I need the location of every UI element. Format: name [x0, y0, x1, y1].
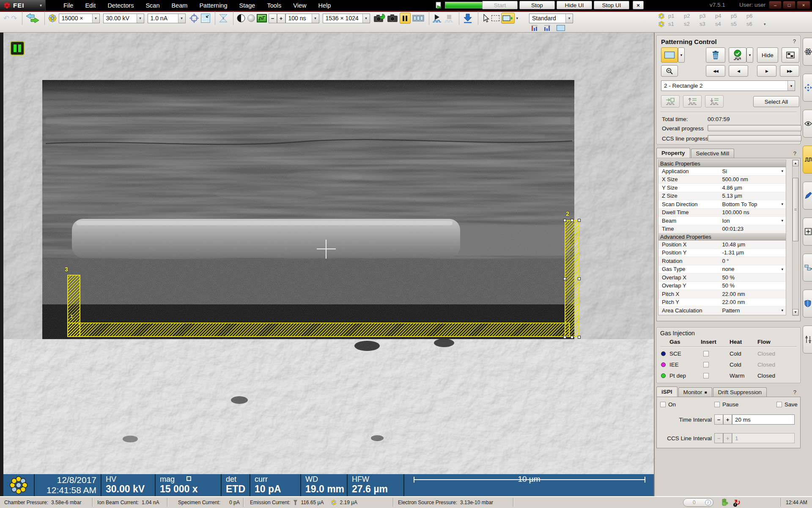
chevron-down-icon[interactable]: ▾	[764, 22, 766, 26]
dock-protect-shield-icon[interactable]	[803, 290, 812, 318]
dropdown-arrow-icon[interactable]: ▾	[781, 202, 783, 206]
ion-column-icon[interactable]	[48, 13, 57, 24]
preset-s3[interactable]: s3	[700, 21, 715, 27]
tab-selective-mill[interactable]: Selective Mill	[691, 149, 735, 158]
reload-status-icon[interactable]: ↻i	[734, 499, 741, 506]
brightness-icon[interactable]	[247, 13, 255, 24]
start-button[interactable]: Start	[482, 1, 518, 9]
pattern-resize-handle[interactable]	[563, 219, 566, 222]
property-row[interactable]: X Size500.00 nm	[658, 176, 786, 184]
move-pattern-down-button[interactable]	[705, 95, 724, 108]
move-pattern-up-button[interactable]	[683, 95, 702, 108]
preset-s6[interactable]: s6	[746, 21, 762, 27]
reduced-area-icon[interactable]	[201, 13, 210, 24]
histogram-icon[interactable]	[544, 25, 551, 31]
filmstrip-icon[interactable]	[412, 13, 424, 24]
preset-s4[interactable]: s4	[715, 21, 731, 27]
ispi-pause-checkbox[interactable]: Pause	[714, 401, 738, 408]
delete-pattern-button[interactable]	[706, 47, 725, 63]
property-row[interactable]: Dwell Time100.000 ns	[658, 209, 786, 217]
tab-drift-suppression[interactable]: Drift Suppression	[713, 387, 767, 397]
window-close-button[interactable]: ×	[797, 1, 810, 9]
magnification-select[interactable]: 15000 × ▾	[59, 14, 100, 23]
property-row[interactable]: Area CalculationPattern▾	[658, 306, 786, 315]
property-row[interactable]: Pitch X22.00 nm	[658, 290, 786, 298]
pattern-tool-dropdown-icon[interactable]: ▾	[516, 13, 518, 24]
touch-alarm-glove-icon[interactable]	[721, 498, 728, 506]
time-interval-increase-button[interactable]: +	[723, 414, 732, 425]
property-row[interactable]: Time00:01:23	[658, 225, 786, 234]
videoscope-icon[interactable]	[531, 25, 539, 31]
gas-insert-checkbox[interactable]	[703, 351, 709, 356]
pattern-resize-handle[interactable]	[563, 277, 566, 280]
scroll-down-icon[interactable]: ▼	[793, 309, 798, 315]
first-pattern-button[interactable]: ◀◀	[706, 65, 725, 77]
pattern-resize-handle[interactable]	[578, 219, 581, 222]
menu-file[interactable]: File	[58, 0, 79, 11]
stop-ui-button[interactable]: Stop UI	[594, 1, 629, 9]
preset-p4[interactable]: p4	[715, 13, 731, 19]
preset-s5[interactable]: s5	[731, 21, 746, 27]
chevron-down-icon[interactable]: ▾	[565, 14, 573, 23]
snapshot-camera-icon[interactable]	[373, 13, 385, 24]
tab-property[interactable]: Property	[656, 148, 690, 158]
hide-ui-button[interactable]: Hide UI	[557, 1, 592, 9]
import-pattern-icon[interactable]	[462, 13, 473, 24]
property-row[interactable]: Overlap X50 %	[658, 273, 786, 282]
contrast-icon[interactable]	[236, 13, 246, 24]
cursor-tool-icon[interactable]	[481, 13, 490, 24]
help-icon[interactable]: ?	[793, 389, 796, 395]
property-row[interactable]: Y Size4.86 µm	[658, 184, 786, 192]
serial-patterning-button[interactable]	[782, 47, 799, 63]
property-row[interactable]: BeamIon▾	[658, 217, 786, 225]
preset-s2[interactable]: s2	[684, 21, 700, 27]
dwell-time-select[interactable]: 100 ns ▾	[285, 14, 319, 23]
previous-pattern-button[interactable]: ◀	[729, 65, 748, 77]
dock-sequence-icon[interactable]	[803, 254, 812, 282]
checkbox-icon[interactable]	[660, 402, 666, 407]
ccs-interval-increase-button[interactable]: +	[723, 433, 732, 443]
help-icon[interactable]: ?	[793, 150, 796, 157]
menu-edit[interactable]: Edit	[79, 0, 102, 11]
beam-shift-crosshair-icon[interactable]	[189, 13, 199, 24]
dock-view-eye-icon[interactable]	[803, 110, 812, 138]
tab-ispi[interactable]: iSPI	[656, 387, 678, 397]
image-display-icon[interactable]	[557, 25, 565, 31]
dock-annotate-icon[interactable]	[803, 182, 812, 210]
checkbox-icon[interactable]	[714, 402, 720, 407]
checkbox-icon[interactable]	[776, 402, 782, 407]
property-row[interactable]: Position X10.48 µm	[658, 240, 786, 249]
window-minimize-button[interactable]: –	[769, 1, 782, 9]
dock-atom-icon[interactable]	[803, 38, 812, 66]
dropdown-arrow-icon[interactable]: ▾	[781, 169, 783, 173]
property-row[interactable]: ApplicationSi▾	[658, 167, 786, 176]
pattern-resize-handle[interactable]	[571, 336, 573, 339]
fei-logo-menu[interactable]: FEI ▾	[0, 0, 46, 11]
menu-tools[interactable]: Tools	[261, 0, 287, 11]
dock-stage-move-icon[interactable]	[803, 74, 812, 102]
dropdown-arrow-icon[interactable]: ▾	[781, 218, 783, 223]
milling-pattern-2-selected[interactable]	[565, 220, 579, 337]
next-pattern-button[interactable]: ▶	[757, 65, 776, 77]
property-row[interactable]: Gas Typenone▾	[658, 265, 786, 274]
sem-image-viewport[interactable]: 3 1 2	[3, 33, 654, 496]
scan-preset-select[interactable]: Standard ▾	[529, 14, 573, 23]
chevron-down-icon[interactable]: ▾	[137, 14, 144, 23]
stop-button[interactable]: Stop	[519, 1, 555, 9]
property-scrollbar[interactable]: ▲ = ▼	[792, 160, 799, 316]
property-row[interactable]: Scan DirectionBottom To Top▾	[658, 200, 786, 209]
pattern-rectangle-tool-icon[interactable]	[501, 13, 515, 24]
pattern-resize-handle[interactable]	[563, 336, 566, 339]
high-voltage-select[interactable]: 30.00 kV ▾	[103, 14, 144, 23]
preset-p6[interactable]: p6	[746, 13, 762, 19]
gas-insert-checkbox[interactable]	[703, 373, 709, 378]
menu-help[interactable]: Help	[312, 0, 337, 11]
chevron-down-icon[interactable]: ▾	[787, 81, 795, 91]
menu-beam[interactable]: Beam	[166, 0, 194, 11]
resolution-select[interactable]: 1536 × 1024 ▾	[323, 14, 370, 23]
close-panel-button[interactable]: ×	[633, 1, 644, 9]
ccs-interval-input[interactable]: 1	[732, 433, 795, 443]
pattern-resize-handle[interactable]	[578, 277, 581, 280]
time-interval-decrease-button[interactable]: −	[714, 414, 723, 425]
undo-icon[interactable]: ↶	[3, 13, 9, 24]
